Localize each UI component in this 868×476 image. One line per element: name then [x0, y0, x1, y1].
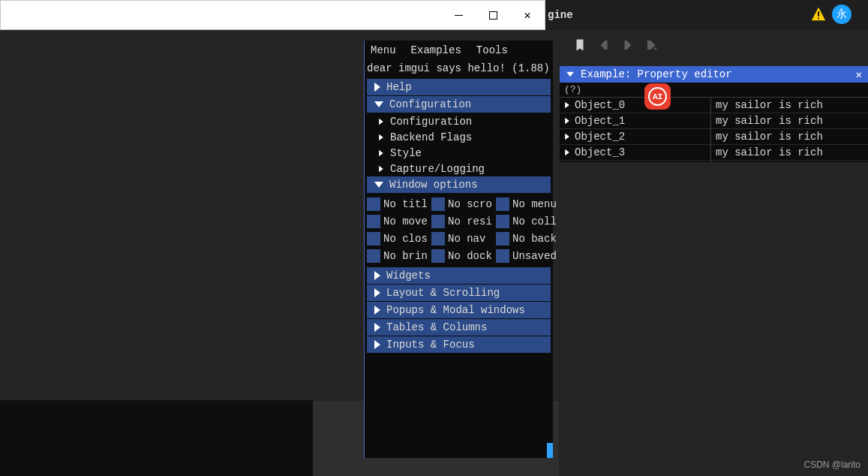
- opt-label: No nav: [448, 233, 485, 245]
- menu-item-menu[interactable]: Menu: [371, 44, 396, 56]
- header-popups-label: Popups & Modal windows: [386, 304, 525, 316]
- imgui-hello-text: dear imgui says hello! (1.88) (1880: [365, 60, 553, 79]
- config-item-label: Style: [390, 147, 422, 159]
- property-value-row[interactable]: my sailor is rich: [711, 98, 868, 113]
- menu-item-examples[interactable]: Examples: [411, 44, 461, 56]
- property-value-text: my sailor is rich: [716, 131, 823, 143]
- checkbox[interactable]: [431, 249, 445, 263]
- help-marker: (?): [564, 84, 581, 95]
- property-editor-help[interactable]: (?): [560, 83, 868, 97]
- opt-no-background[interactable]: No back: [496, 232, 556, 246]
- opt-no-close[interactable]: No close: [367, 232, 427, 246]
- tree-node-object-3[interactable]: Object_3: [560, 145, 710, 161]
- caret-right-icon: [374, 288, 380, 297]
- caret-right-icon: [374, 306, 380, 315]
- checkbox[interactable]: [496, 232, 509, 246]
- caret-right-icon: [379, 118, 383, 124]
- caret-right-icon: [379, 134, 383, 140]
- property-value-row[interactable]: my sailor is rich: [711, 145, 868, 161]
- config-item-configuration[interactable]: Configuration: [365, 113, 553, 129]
- opt-unsaved-document[interactable]: Unsaved: [496, 249, 556, 263]
- close-button[interactable]: [510, 1, 545, 29]
- svg-rect-0: [818, 11, 819, 16]
- tree-node-label: Object_0: [575, 99, 625, 111]
- tree-node-object-1[interactable]: Object_1: [560, 113, 710, 129]
- caret-right-icon: [374, 340, 380, 349]
- config-item-capture-logging[interactable]: Capture/Logging: [365, 161, 553, 176]
- tree-node-label: Object_3: [575, 146, 625, 158]
- header-widgets-label: Widgets: [386, 270, 431, 282]
- property-value-row[interactable]: my sailor is rich: [711, 129, 868, 145]
- os-window-titlebar: [0, 0, 545, 30]
- checkbox[interactable]: [496, 249, 509, 263]
- property-value-text: my sailor is rich: [716, 99, 823, 111]
- opt-no-menu[interactable]: No menu: [496, 197, 556, 211]
- opt-no-bring-front[interactable]: No bring: [367, 249, 427, 263]
- config-item-style[interactable]: Style: [365, 145, 553, 161]
- tree-node-object-2[interactable]: Object_2: [560, 129, 710, 145]
- config-item-label: Backend Flags: [390, 131, 472, 143]
- opt-no-collapse[interactable]: No coll: [496, 215, 556, 228]
- checkbox[interactable]: [367, 197, 380, 211]
- checkbox[interactable]: [431, 232, 445, 246]
- close-icon[interactable]: ✕: [856, 68, 862, 81]
- checkbox[interactable]: [431, 215, 445, 228]
- opt-label: No title: [383, 198, 427, 210]
- opt-no-resize[interactable]: No resiz: [431, 215, 491, 228]
- maximize-button[interactable]: [476, 1, 510, 29]
- property-values: my sailor is rich my sailor is rich my s…: [711, 98, 868, 162]
- checkbox[interactable]: [496, 197, 509, 211]
- tree-node-object-0[interactable]: Object_0: [560, 98, 710, 113]
- header-tables-columns[interactable]: Tables & Columns: [367, 319, 551, 336]
- caret-right-icon: [565, 102, 569, 108]
- caret-right-icon: [565, 118, 569, 124]
- editor-title-fragment: gine: [548, 9, 573, 21]
- flag-right-icon[interactable]: [621, 38, 635, 52]
- property-editor-titlebar[interactable]: Example: Property editor ✕: [560, 66, 868, 83]
- caret-right-icon: [379, 165, 383, 171]
- header-configuration[interactable]: Configuration: [367, 96, 551, 113]
- checkbox[interactable]: [367, 215, 380, 228]
- opt-no-nav[interactable]: No nav: [431, 232, 491, 246]
- header-layout-scrolling[interactable]: Layout & Scrolling: [367, 285, 551, 301]
- opt-no-move[interactable]: No move: [367, 215, 427, 228]
- menu-item-tools[interactable]: Tools: [476, 44, 508, 56]
- opt-no-docking[interactable]: No docki: [431, 249, 491, 263]
- bookmark-icon[interactable]: [573, 38, 587, 52]
- minimize-button[interactable]: [441, 1, 476, 29]
- caret-right-icon: [379, 149, 383, 155]
- flag-dropdown-icon[interactable]: [645, 38, 659, 52]
- header-tables-label: Tables & Columns: [386, 321, 487, 333]
- opt-no-scrollbar[interactable]: No scrol: [431, 197, 491, 211]
- checkbox[interactable]: [367, 232, 380, 246]
- checkbox[interactable]: [367, 249, 380, 263]
- opt-label: No docki: [448, 250, 491, 262]
- property-value-row[interactable]: my sailor is rich: [711, 113, 868, 129]
- header-inputs-focus[interactable]: Inputs & Focus: [367, 336, 551, 353]
- resize-handle[interactable]: [547, 443, 553, 458]
- opt-label: No menu: [512, 198, 556, 210]
- opt-no-title[interactable]: No title: [367, 197, 427, 211]
- config-item-backend-flags[interactable]: Backend Flags: [365, 129, 553, 145]
- imgui-demo-window: Menu Examples Tools dear imgui says hell…: [364, 41, 553, 458]
- opt-label: No back: [512, 233, 556, 245]
- user-avatar-badge[interactable]: 永: [832, 5, 851, 24]
- tree-node-label: Object_2: [575, 131, 625, 143]
- warning-icon[interactable]: [810, 6, 827, 23]
- caret-right-icon: [565, 149, 569, 155]
- header-popups-modal[interactable]: Popups & Modal windows: [367, 302, 551, 318]
- checkbox[interactable]: [496, 215, 509, 228]
- checkbox[interactable]: [431, 197, 445, 211]
- config-item-label: Capture/Logging: [390, 163, 485, 175]
- header-widgets[interactable]: Widgets: [367, 267, 551, 284]
- ai-badge[interactable]: AI: [644, 83, 671, 110]
- opt-label: No coll: [512, 215, 556, 227]
- header-help[interactable]: Help: [367, 79, 551, 95]
- imgui-menubar: Menu Examples Tools: [365, 41, 553, 60]
- flag-left-icon[interactable]: [597, 38, 611, 52]
- window-controls: [441, 1, 545, 29]
- header-window-options[interactable]: Window options: [367, 176, 551, 193]
- caret-down-icon: [566, 72, 574, 77]
- caret-down-icon: [374, 182, 383, 188]
- caret-right-icon: [374, 323, 380, 332]
